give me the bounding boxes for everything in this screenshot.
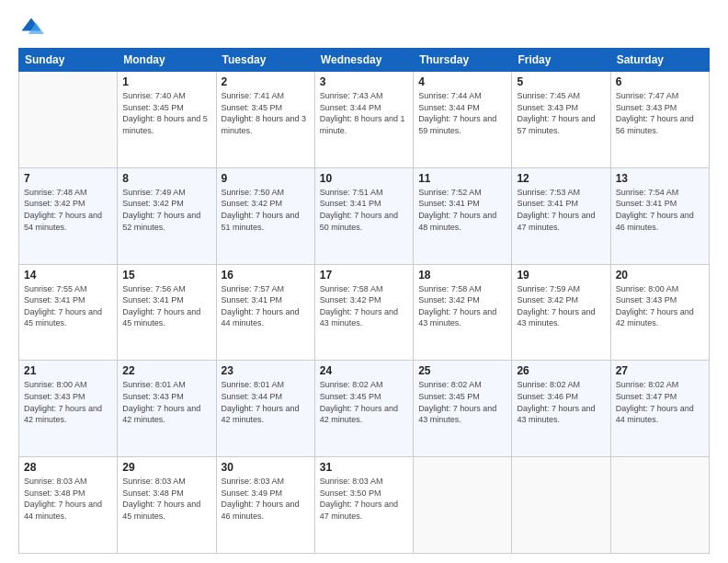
calendar-cell: 7Sunrise: 7:48 AMSunset: 3:42 PMDaylight… — [19, 167, 118, 264]
day-number: 26 — [517, 364, 605, 377]
calendar-cell: 30Sunrise: 8:03 AMSunset: 3:49 PMDayligh… — [216, 457, 314, 554]
day-info: Sunrise: 8:01 AMSunset: 3:43 PMDaylight:… — [122, 379, 210, 425]
calendar-cell: 15Sunrise: 7:56 AMSunset: 3:41 PMDayligh… — [118, 264, 216, 361]
day-number: 10 — [320, 172, 408, 185]
day-number: 3 — [320, 75, 408, 88]
day-info: Sunrise: 7:50 AMSunset: 3:42 PMDaylight:… — [222, 187, 310, 233]
day-number: 11 — [418, 172, 506, 185]
day-number: 15 — [122, 269, 210, 282]
calendar-cell: 11Sunrise: 7:52 AMSunset: 3:41 PMDayligh… — [414, 167, 512, 264]
day-header: Saturday — [610, 49, 709, 72]
day-info: Sunrise: 7:41 AMSunset: 3:45 PMDaylight:… — [222, 90, 310, 136]
calendar-cell: 6Sunrise: 7:47 AMSunset: 3:43 PMDaylight… — [610, 72, 709, 168]
day-info: Sunrise: 7:45 AMSunset: 3:43 PMDaylight:… — [517, 90, 605, 136]
day-header: Sunday — [19, 49, 118, 72]
day-number: 21 — [24, 364, 112, 377]
day-info: Sunrise: 7:58 AMSunset: 3:42 PMDaylight:… — [320, 283, 408, 329]
calendar-cell: 22Sunrise: 8:01 AMSunset: 3:43 PMDayligh… — [118, 361, 216, 457]
calendar-cell: 25Sunrise: 8:02 AMSunset: 3:45 PMDayligh… — [414, 361, 512, 457]
day-info: Sunrise: 8:02 AMSunset: 3:45 PMDaylight:… — [320, 379, 408, 425]
calendar-cell: 16Sunrise: 7:57 AMSunset: 3:41 PMDayligh… — [216, 264, 314, 361]
day-info: Sunrise: 7:54 AMSunset: 3:41 PMDaylight:… — [616, 187, 704, 233]
day-info: Sunrise: 7:51 AMSunset: 3:41 PMDaylight:… — [320, 187, 408, 233]
day-info: Sunrise: 8:01 AMSunset: 3:44 PMDaylight:… — [222, 379, 310, 425]
calendar-cell: 18Sunrise: 7:58 AMSunset: 3:42 PMDayligh… — [414, 264, 512, 361]
day-number: 20 — [616, 269, 704, 282]
day-info: Sunrise: 8:03 AMSunset: 3:48 PMDaylight:… — [122, 476, 210, 522]
calendar-cell: 1Sunrise: 7:40 AMSunset: 3:45 PMDaylight… — [118, 72, 216, 168]
day-header: Wednesday — [314, 49, 413, 72]
day-info: Sunrise: 7:58 AMSunset: 3:42 PMDaylight:… — [418, 283, 506, 329]
calendar-week-row: 14Sunrise: 7:55 AMSunset: 3:41 PMDayligh… — [19, 264, 710, 361]
calendar-cell: 2Sunrise: 7:41 AMSunset: 3:45 PMDaylight… — [216, 72, 314, 168]
day-number: 22 — [122, 364, 210, 377]
day-info: Sunrise: 7:43 AMSunset: 3:44 PMDaylight:… — [320, 90, 408, 136]
day-info: Sunrise: 8:02 AMSunset: 3:45 PMDaylight:… — [418, 379, 506, 425]
day-info: Sunrise: 7:40 AMSunset: 3:45 PMDaylight:… — [122, 90, 210, 136]
day-info: Sunrise: 8:00 AMSunset: 3:43 PMDaylight:… — [616, 283, 704, 329]
page: SundayMondayTuesdayWednesdayThursdayFrid… — [0, 0, 728, 563]
day-number: 5 — [517, 75, 605, 88]
day-number: 8 — [122, 172, 210, 185]
day-number: 31 — [320, 461, 408, 474]
calendar-week-row: 21Sunrise: 8:00 AMSunset: 3:43 PMDayligh… — [19, 361, 710, 457]
calendar-cell — [512, 457, 610, 554]
day-number: 24 — [320, 364, 408, 377]
calendar-cell: 26Sunrise: 8:02 AMSunset: 3:46 PMDayligh… — [512, 361, 610, 457]
calendar-cell: 17Sunrise: 7:58 AMSunset: 3:42 PMDayligh… — [314, 264, 413, 361]
day-info: Sunrise: 7:47 AMSunset: 3:43 PMDaylight:… — [616, 90, 704, 136]
calendar-cell: 10Sunrise: 7:51 AMSunset: 3:41 PMDayligh… — [314, 167, 413, 264]
day-info: Sunrise: 7:55 AMSunset: 3:41 PMDaylight:… — [24, 283, 112, 329]
calendar-cell — [610, 457, 709, 554]
calendar-week-row: 1Sunrise: 7:40 AMSunset: 3:45 PMDaylight… — [19, 72, 710, 168]
calendar-cell: 4Sunrise: 7:44 AMSunset: 3:44 PMDaylight… — [414, 72, 512, 168]
calendar-cell: 3Sunrise: 7:43 AMSunset: 3:44 PMDaylight… — [314, 72, 413, 168]
calendar-cell: 12Sunrise: 7:53 AMSunset: 3:41 PMDayligh… — [512, 167, 610, 264]
calendar-cell — [414, 457, 512, 554]
logo — [18, 15, 48, 40]
day-info: Sunrise: 7:52 AMSunset: 3:41 PMDaylight:… — [418, 187, 506, 233]
day-number: 27 — [616, 364, 704, 377]
day-info: Sunrise: 8:02 AMSunset: 3:46 PMDaylight:… — [517, 379, 605, 425]
day-number: 25 — [418, 364, 506, 377]
day-number: 2 — [222, 75, 310, 88]
day-number: 16 — [222, 269, 310, 282]
day-header: Friday — [512, 49, 610, 72]
calendar-cell: 9Sunrise: 7:50 AMSunset: 3:42 PMDaylight… — [216, 167, 314, 264]
day-number: 1 — [122, 75, 210, 88]
day-info: Sunrise: 7:57 AMSunset: 3:41 PMDaylight:… — [222, 283, 310, 329]
day-header: Thursday — [414, 49, 512, 72]
header-row: SundayMondayTuesdayWednesdayThursdayFrid… — [19, 49, 710, 72]
day-number: 19 — [517, 269, 605, 282]
calendar-cell: 19Sunrise: 7:59 AMSunset: 3:42 PMDayligh… — [512, 264, 610, 361]
day-info: Sunrise: 7:56 AMSunset: 3:41 PMDaylight:… — [122, 283, 210, 329]
day-number: 4 — [418, 75, 506, 88]
calendar-cell: 20Sunrise: 8:00 AMSunset: 3:43 PMDayligh… — [610, 264, 709, 361]
calendar-cell: 31Sunrise: 8:03 AMSunset: 3:50 PMDayligh… — [314, 457, 413, 554]
day-number: 6 — [616, 75, 704, 88]
calendar-cell: 14Sunrise: 7:55 AMSunset: 3:41 PMDayligh… — [19, 264, 118, 361]
calendar-cell: 8Sunrise: 7:49 AMSunset: 3:42 PMDaylight… — [118, 167, 216, 264]
day-number: 30 — [222, 461, 310, 474]
calendar-cell: 24Sunrise: 8:02 AMSunset: 3:45 PMDayligh… — [314, 361, 413, 457]
day-info: Sunrise: 8:02 AMSunset: 3:47 PMDaylight:… — [616, 379, 704, 425]
day-number: 12 — [517, 172, 605, 185]
calendar-cell: 28Sunrise: 8:03 AMSunset: 3:48 PMDayligh… — [19, 457, 118, 554]
day-number: 18 — [418, 269, 506, 282]
calendar-cell — [19, 72, 118, 168]
day-number: 14 — [24, 269, 112, 282]
day-info: Sunrise: 8:03 AMSunset: 3:48 PMDaylight:… — [24, 476, 112, 522]
day-info: Sunrise: 7:44 AMSunset: 3:44 PMDaylight:… — [418, 90, 506, 136]
logo-icon — [18, 15, 44, 40]
calendar-table: SundayMondayTuesdayWednesdayThursdayFrid… — [18, 48, 710, 554]
day-number: 13 — [616, 172, 704, 185]
day-header: Monday — [118, 49, 216, 72]
calendar-week-row: 7Sunrise: 7:48 AMSunset: 3:42 PMDaylight… — [19, 167, 710, 264]
day-number: 28 — [24, 461, 112, 474]
day-info: Sunrise: 8:03 AMSunset: 3:49 PMDaylight:… — [222, 476, 310, 522]
calendar-cell: 13Sunrise: 7:54 AMSunset: 3:41 PMDayligh… — [610, 167, 709, 264]
day-number: 9 — [222, 172, 310, 185]
calendar-cell: 21Sunrise: 8:00 AMSunset: 3:43 PMDayligh… — [19, 361, 118, 457]
day-info: Sunrise: 7:49 AMSunset: 3:42 PMDaylight:… — [122, 187, 210, 233]
day-header: Tuesday — [216, 49, 314, 72]
